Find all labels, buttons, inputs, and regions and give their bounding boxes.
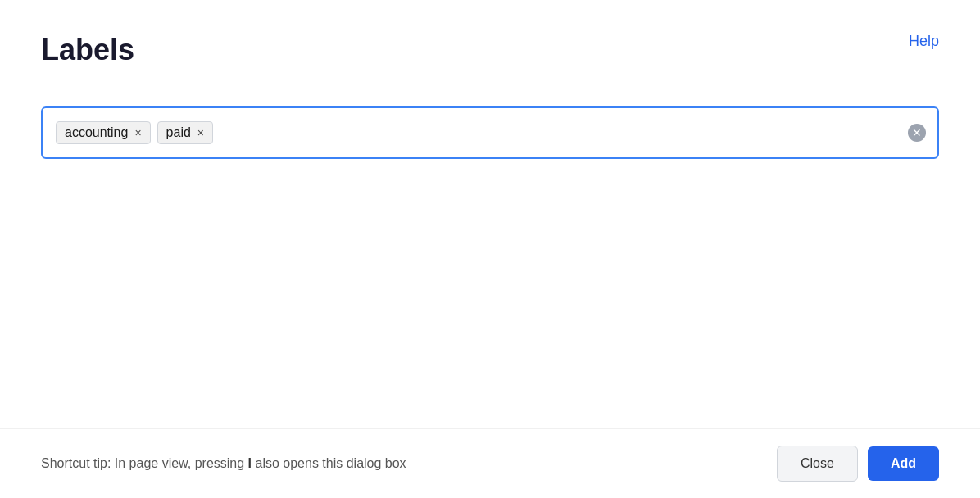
tag-paid: paid × <box>157 121 213 144</box>
add-button[interactable]: Add <box>868 446 939 481</box>
close-button[interactable]: Close <box>777 446 858 482</box>
tag-accounting-remove[interactable]: × <box>134 127 141 138</box>
tag-accounting: accounting × <box>56 121 151 144</box>
page-header: Labels Help <box>41 33 939 67</box>
shortcut-tip: Shortcut tip: In page view, pressing l a… <box>41 456 406 471</box>
tags-input-container[interactable]: accounting × paid × ✕ <box>41 106 939 159</box>
tag-paid-remove[interactable]: × <box>197 127 204 138</box>
footer-buttons: Close Add <box>777 446 939 482</box>
shortcut-tip-suffix: also opens this dialog box <box>252 456 406 470</box>
tag-accounting-label: accounting <box>65 125 128 140</box>
footer: Shortcut tip: In page view, pressing l a… <box>0 428 980 498</box>
help-link[interactable]: Help <box>909 33 939 50</box>
page-title: Labels <box>41 33 134 67</box>
shortcut-tip-prefix: Shortcut tip: In page view, pressing <box>41 456 248 470</box>
clear-all-button[interactable]: ✕ <box>908 124 926 142</box>
tags-list: accounting × paid × <box>56 121 924 144</box>
tag-paid-label: paid <box>166 125 191 140</box>
